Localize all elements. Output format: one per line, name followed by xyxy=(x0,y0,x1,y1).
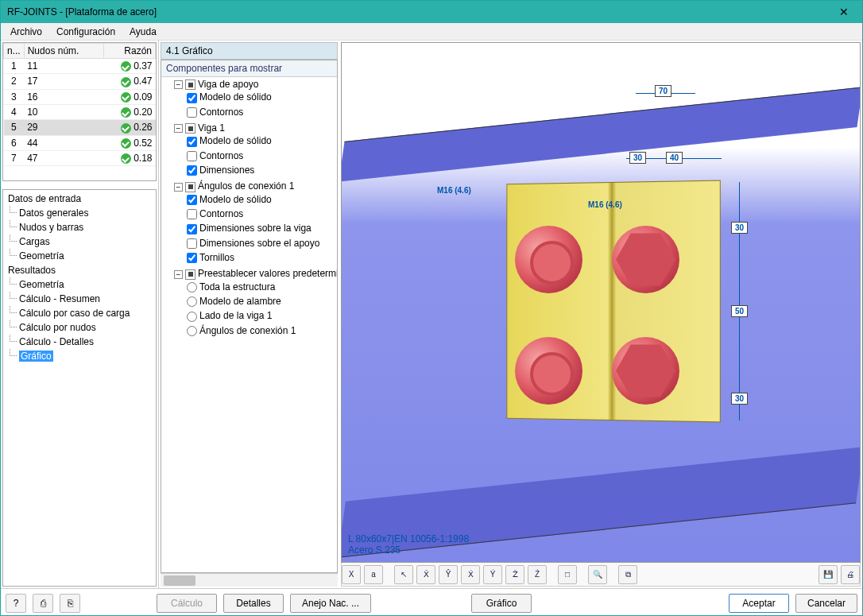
view-toolbar: Xa↖X̂ŶX́ÝẐŹ□🔍⧉💾🖨 xyxy=(341,563,861,587)
col-num[interactable]: Nudos núm. xyxy=(24,44,104,59)
export2-button[interactable]: ⎘ xyxy=(60,594,80,613)
tree-support-beam[interactable]: −Viga de apoyo Modelo de sólido Contorno… xyxy=(174,77,337,121)
nav-item[interactable]: Cargas xyxy=(5,234,154,249)
tree-sb-contours[interactable]: Contornos xyxy=(187,105,337,119)
menu-help[interactable]: Ayuda xyxy=(123,25,163,39)
dim-v50: 50 xyxy=(731,305,748,317)
3d-viewport[interactable]: M16 (4.6) M16 (4.6) 70 30 40 30 50 30 L … xyxy=(341,42,861,563)
tree-sb-solid[interactable]: Modelo de sólido xyxy=(187,90,337,104)
table-row[interactable]: 2170.47 xyxy=(4,74,156,89)
view-tool-5[interactable]: X́ xyxy=(461,565,480,584)
dim-v30b: 30 xyxy=(731,393,748,405)
table-row[interactable]: 5290.26 xyxy=(4,120,156,135)
preset-all[interactable]: Toda la estructura xyxy=(187,280,337,294)
bolt-1 xyxy=(515,226,582,293)
dim-30a: 30 xyxy=(629,152,646,164)
view-tool-11[interactable]: ⧉ xyxy=(618,565,637,584)
tree-angles[interactable]: −Ángulos de conexión 1 Modelo de sólido … xyxy=(174,179,337,266)
graphic-button[interactable]: Gráfico xyxy=(471,594,532,613)
close-icon[interactable]: ✕ xyxy=(832,6,856,18)
menu-bar: Archivo Configuración Ayuda xyxy=(1,23,862,41)
view-tool-6[interactable]: Ý xyxy=(483,565,502,584)
tree-b1-solid[interactable]: Modelo de sólido xyxy=(187,134,337,148)
nav-tree[interactable]: Datos de entrada Datos generalesNudos y … xyxy=(2,189,157,587)
tree-b1-contours[interactable]: Contornos xyxy=(187,149,337,163)
bolt-label-1: M16 (4.6) xyxy=(437,186,471,195)
bolt-2 xyxy=(612,226,679,293)
annex-button[interactable]: Anejo Nac. ... xyxy=(290,594,371,613)
tree-ang-bolts[interactable]: Tornillos xyxy=(187,250,337,265)
dim-70: 70 xyxy=(655,85,671,97)
tree-ang-contours[interactable]: Contornos xyxy=(187,207,337,221)
nav-item[interactable]: Cálculo por caso de carga xyxy=(5,306,154,320)
col-ratio[interactable]: Razón xyxy=(104,44,156,59)
dim-40: 40 xyxy=(666,152,683,164)
nav-item[interactable]: Cálculo - Resumen xyxy=(5,292,154,306)
ok-button[interactable]: Aceptar xyxy=(729,594,789,613)
tree-hscroll[interactable] xyxy=(161,573,338,587)
bolt-label-2: M16 (4.6) xyxy=(588,200,622,209)
view-tool-10[interactable]: 🔍 xyxy=(588,565,607,584)
export-button[interactable]: ⎙ xyxy=(33,594,53,613)
tree-b1-dims[interactable]: Dimensiones xyxy=(187,163,337,177)
nav-item[interactable]: Nudos y barras xyxy=(5,220,154,234)
table-row[interactable]: 1110.37 xyxy=(4,59,156,74)
view-tool-3[interactable]: X̂ xyxy=(416,565,435,584)
view-tool-8[interactable]: Ź xyxy=(528,565,547,584)
preset-wire[interactable]: Modelo de alambre xyxy=(187,294,337,308)
tree-beam1[interactable]: −Viga 1 Modelo de sólido Contornos Dimen… xyxy=(174,121,337,179)
help-button[interactable]: ? xyxy=(6,594,26,613)
view-tool-2[interactable]: ↖ xyxy=(394,565,413,584)
nav-item[interactable]: Geometría xyxy=(5,249,154,263)
table-row[interactable]: 7470.18 xyxy=(4,150,156,165)
dim-v30a: 30 xyxy=(731,222,748,234)
table-row[interactable]: 4100.20 xyxy=(4,104,156,119)
nav-item[interactable]: Geometría xyxy=(5,277,154,292)
tree-title: Componentes para mostrar xyxy=(161,60,337,77)
view-tool-13[interactable]: 🖨 xyxy=(841,565,860,584)
view-tool-1[interactable]: a xyxy=(364,565,383,584)
preset-angle[interactable]: Ángulos de conexión 1 xyxy=(187,323,337,338)
preset-side[interactable]: Lado de la viga 1 xyxy=(187,308,337,323)
tree-presets[interactable]: −Preestablecer valores predetermina Toda… xyxy=(174,266,337,339)
nav-item[interactable]: Datos generales xyxy=(5,206,154,220)
footer: ? ⎙ ⎘ Cálculo Detalles Anejo Nac. ... Gr… xyxy=(1,588,862,616)
bolt-4 xyxy=(612,337,679,405)
col-n[interactable]: n... xyxy=(4,44,25,59)
details-button[interactable]: Detalles xyxy=(223,594,284,613)
tree-ang-dims-beam[interactable]: Dimensiones sobre la viga xyxy=(187,221,337,235)
material-label: L 80x60x7|EN 10056-1:1998 Acero S 235 xyxy=(348,533,469,556)
nav-item[interactable]: Gráfico xyxy=(5,349,154,363)
table-row[interactable]: 3160.09 xyxy=(4,89,156,104)
table-row[interactable]: 6440.52 xyxy=(4,135,156,150)
view-tool-12[interactable]: 💾 xyxy=(818,565,838,584)
menu-file[interactable]: Archivo xyxy=(4,25,48,39)
bolt-3 xyxy=(515,337,582,405)
tree-ang-solid[interactable]: Modelo de sólido xyxy=(187,192,337,207)
nav-input-root[interactable]: Datos de entrada xyxy=(5,192,154,206)
title-bar: RF-JOINTS - [Plataforma de acero] ✕ xyxy=(1,1,862,23)
nodes-table[interactable]: n... Nudos núm. Razón 1110.372170.473160… xyxy=(2,42,157,181)
window-title: RF-JOINTS - [Plataforma de acero] xyxy=(7,6,832,17)
view-tool-0[interactable]: X xyxy=(342,565,361,584)
nav-item[interactable]: Cálculo por nudos xyxy=(5,320,154,335)
section-title: 4.1 Gráfico xyxy=(161,42,338,60)
view-tool-9[interactable]: □ xyxy=(558,565,577,584)
nav-item[interactable]: Cálculo - Detalles xyxy=(5,335,154,349)
view-tool-4[interactable]: Ŷ xyxy=(439,565,458,584)
nav-results-root[interactable]: Resultados xyxy=(5,263,154,277)
calc-button[interactable]: Cálculo xyxy=(157,594,217,613)
cancel-button[interactable]: Cancelar xyxy=(795,594,857,613)
tree-ang-dims-support[interactable]: Dimensiones sobre el apoyo xyxy=(187,236,337,250)
menu-config[interactable]: Configuración xyxy=(50,25,122,39)
view-tool-7[interactable]: Ẑ xyxy=(505,565,524,584)
